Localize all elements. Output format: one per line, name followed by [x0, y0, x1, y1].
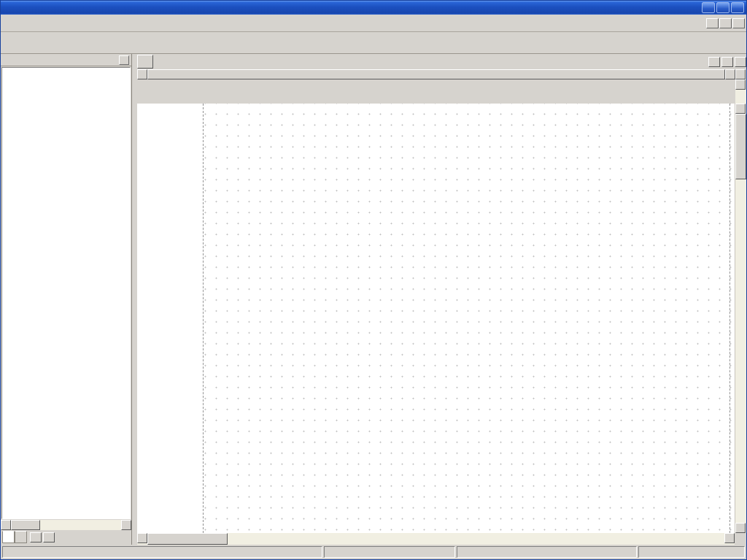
close-button[interactable]	[731, 2, 744, 13]
grid-scroll-right-icon[interactable]	[725, 69, 735, 79]
tab-calltree[interactable]	[15, 531, 27, 543]
editor-tabs-right-icon[interactable]	[721, 57, 733, 67]
right-power-rail	[729, 104, 730, 533]
grid-vscrollbar[interactable]	[735, 69, 746, 104]
ladder-vscroll-track[interactable]	[735, 179, 746, 523]
child-window-controls	[705, 18, 745, 28]
tab-project[interactable]	[2, 531, 15, 543]
variable-grid-main	[137, 69, 735, 104]
ladder-hscroll-track[interactable]	[228, 533, 724, 545]
ladder-vscrollbar[interactable]	[735, 104, 746, 533]
status-message	[2, 546, 322, 558]
toolbar	[1, 32, 746, 54]
ladder-canvas[interactable]	[197, 104, 735, 533]
editor-tab-strip	[137, 54, 746, 69]
grid-hscrollbar[interactable]	[137, 69, 735, 79]
ladder-bottom-bar	[137, 533, 746, 545]
status-spare	[457, 546, 637, 558]
grid-scroll-left-icon[interactable]	[137, 69, 147, 79]
tabs-scroll-right-icon[interactable]	[43, 532, 55, 542]
editor-area	[132, 54, 746, 545]
minimize-button[interactable]	[702, 2, 715, 13]
project-tree	[1, 67, 131, 519]
status-bar	[1, 545, 746, 559]
app-icon	[3, 3, 13, 12]
child-restore-button[interactable]	[719, 18, 732, 28]
ladder-scroll-left-icon[interactable]	[137, 533, 147, 543]
ladder-scroll-up-icon[interactable]	[735, 104, 746, 114]
tabs-scroll-left-icon[interactable]	[30, 532, 42, 542]
project-panel-tabs	[1, 530, 131, 545]
project-panel-close-icon[interactable]	[119, 55, 129, 65]
grid-scroll-up-icon[interactable]	[735, 69, 746, 79]
editor-tabs-left-icon[interactable]	[708, 57, 720, 67]
child-close-button[interactable]	[732, 18, 745, 28]
menu-bar	[1, 15, 746, 32]
ladder-hscrollbar[interactable]	[137, 533, 735, 545]
ladder-scroll-down-icon[interactable]	[735, 523, 746, 533]
tab-gr-pou-1-0[interactable]	[137, 55, 153, 69]
project-panel	[1, 54, 132, 545]
scrollbar-corner	[735, 533, 746, 545]
ladder-hscroll-thumb[interactable]	[147, 533, 228, 545]
variable-grid	[137, 69, 746, 104]
editor-close-icon[interactable]	[735, 57, 746, 67]
project-panel-hscrollbar[interactable]	[1, 520, 131, 530]
maximize-button[interactable]	[716, 2, 729, 13]
child-minimize-button[interactable]	[706, 18, 719, 28]
content	[1, 54, 746, 545]
ladder-vscroll-thumb[interactable]	[735, 114, 746, 179]
ladder-scroll-right-icon[interactable]	[724, 533, 735, 543]
status-section	[324, 546, 455, 558]
grid-scroll-down-icon[interactable]	[735, 79, 746, 90]
project-panel-header	[1, 54, 131, 66]
rung-number-column	[137, 104, 197, 533]
scrollbar-track[interactable]	[40, 520, 121, 530]
title-bar	[1, 1, 746, 15]
scrollbar-thumb[interactable]	[11, 520, 40, 530]
status-com-port	[638, 546, 745, 558]
grid-hscroll-thumb[interactable]	[147, 69, 725, 79]
left-power-rail	[203, 104, 204, 533]
ladder-editor	[137, 104, 746, 533]
scroll-right-icon[interactable]	[121, 520, 131, 530]
panel-tab-arrows	[28, 531, 55, 543]
scroll-left-icon[interactable]	[1, 520, 11, 530]
app-window	[0, 0, 747, 560]
